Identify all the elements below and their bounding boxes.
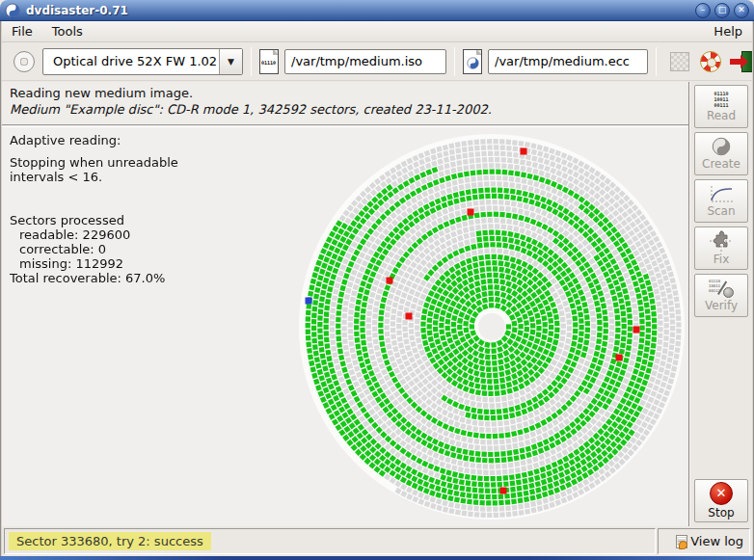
menu-help[interactable]: Help: [704, 22, 752, 40]
ecc-path-input[interactable]: [488, 49, 648, 74]
puzzle-piece-icon: [710, 230, 733, 252]
ecc-yinyang-icon: [467, 57, 479, 69]
toolbar-separator: [251, 47, 252, 76]
reading-status-line: Reading new medium image.: [10, 86, 681, 100]
close-button[interactable]: ✕: [734, 3, 749, 18]
exit-door-icon: [730, 51, 753, 72]
adaptive-reading-heading: Adaptive reading:: [10, 133, 178, 147]
stop-button[interactable]: ✕ Stop: [694, 479, 748, 522]
total-recoverable-row: Total recoverable: 67.0%: [10, 271, 178, 285]
stopping-line-2: intervals < 16.: [10, 170, 178, 184]
fix-button[interactable]: Fix: [694, 227, 748, 270]
fix-button-label: Fix: [714, 253, 729, 266]
drive-disc-icon[interactable]: [13, 51, 35, 72]
read-button[interactable]: 01110 10011 00111 Read: [694, 85, 748, 128]
title-bar[interactable]: dvdisaster-0.71 – □ ✕: [0, 0, 754, 21]
iso-path-input[interactable]: [284, 49, 446, 74]
menu-tools[interactable]: Tools: [42, 22, 93, 40]
stopping-line-1: Stopping when unreadable: [10, 155, 178, 170]
read-button-label: Read: [707, 109, 736, 122]
scan-button[interactable]: Scan: [694, 179, 748, 223]
window-frame-left: [0, 21, 2, 560]
medium-info-line: Medium "Example disc": CD-R mode 1, 3425…: [10, 102, 681, 117]
stop-icon: ✕: [710, 482, 733, 505]
chevron-down-icon[interactable]: ▼: [219, 49, 242, 74]
readable-row: readable: 229600: [10, 227, 178, 242]
toolbar: Optical drive 52X FW 1.02 ▼ 01110 10011 …: [2, 42, 752, 81]
scan-button-label: Scan: [707, 204, 735, 218]
stop-button-label: Stop: [708, 506, 734, 520]
minimize-button[interactable]: –: [695, 3, 711, 18]
drive-select[interactable]: Optical drive 52X FW 1.02 ▼: [42, 48, 243, 75]
iso-file-icon: 01110 10011 00111: [259, 49, 279, 74]
lifebelt-icon: [700, 51, 721, 72]
verify-button[interactable]: 01110 10011 00111 Verify: [694, 274, 748, 317]
app-logo-icon: [5, 3, 20, 18]
quit-button[interactable]: [729, 49, 754, 74]
toolbar-separator: [454, 47, 455, 76]
read-binary-icon: 01110 10011 00111: [714, 91, 728, 108]
menu-file[interactable]: File: [2, 22, 42, 40]
verify-button-label: Verify: [705, 299, 738, 312]
log-icon: [676, 535, 687, 548]
create-button[interactable]: Create: [694, 132, 748, 175]
preferences-button[interactable]: [667, 49, 692, 74]
status-message: Sector 333680, try 2: success: [9, 532, 211, 550]
view-log-label: View log: [690, 534, 743, 548]
menu-bar: File Tools Help: [2, 21, 752, 42]
create-button-label: Create: [702, 157, 741, 171]
sectors-processed-heading: Sectors processed: [10, 213, 178, 227]
window-title: dvdisaster-0.71: [26, 4, 691, 17]
maximize-button[interactable]: □: [714, 3, 730, 18]
scan-curve-icon: [709, 184, 734, 203]
missing-row: missing: 112992: [10, 256, 178, 271]
main-area: Adaptive reading: Stopping when unreadab…: [2, 127, 688, 526]
preferences-icon-disabled: [670, 52, 689, 71]
view-log-button[interactable]: View log: [658, 528, 750, 554]
action-sidebar: 01110 10011 00111 Read Create: [690, 82, 752, 526]
status-panel: Sector 333680, try 2: success: [4, 528, 656, 554]
toolbar-separator: [656, 47, 657, 76]
status-bar: Sector 333680, try 2: success View log: [2, 526, 752, 556]
window-frame-bottom[interactable]: [0, 556, 754, 560]
app-window: dvdisaster-0.71 – □ ✕ File Tools Help Op…: [0, 0, 754, 560]
info-panel: Adaptive reading: Stopping when unreadab…: [10, 133, 178, 285]
correctable-row: correctable: 0: [10, 242, 178, 256]
verify-icon: 01110 10011 00111: [709, 279, 734, 298]
ecc-file-icon: [463, 49, 482, 74]
create-yinyang-icon: [712, 137, 731, 156]
message-area: Reading new medium image. Medium "Exampl…: [2, 82, 688, 124]
drive-select-value: Optical drive 52X FW 1.02: [43, 49, 219, 74]
help-button[interactable]: [698, 49, 723, 74]
